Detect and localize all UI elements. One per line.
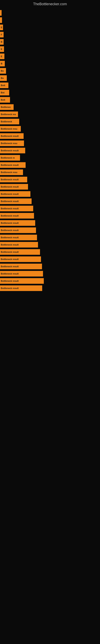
bar-text: Bo xyxy=(1,70,4,72)
bar-text: Bottleneck result xyxy=(1,229,19,232)
bar-row: Bottleneck resu xyxy=(0,169,100,176)
bar-text: F xyxy=(1,34,2,36)
bar-row: E xyxy=(0,53,100,60)
bar-row: Bottleneck result xyxy=(0,248,100,256)
bar-row: Bo xyxy=(0,74,100,82)
bar-text: Bottleneck result xyxy=(1,164,19,166)
bar: Bot xyxy=(0,90,9,96)
bar-row: Bott xyxy=(0,96,100,104)
bar: Bottleneck result xyxy=(0,177,27,182)
bar-row: Bottleneck result xyxy=(0,147,100,154)
bar: Bottleneck result xyxy=(0,184,28,190)
bar-text: B xyxy=(1,62,2,65)
bar-row: Bott xyxy=(0,82,100,89)
bar: Bottleneck res xyxy=(0,112,18,117)
bar-text: Bottleneck result xyxy=(1,280,19,282)
bar-text: Bottleneck resu xyxy=(1,142,17,144)
bar-row: Bottleneck resu xyxy=(0,140,100,147)
bar: Bott xyxy=(0,97,10,103)
bar-text: Bottleneck result xyxy=(1,207,19,210)
bar-text: E xyxy=(1,26,2,28)
bar: Bottleneck result xyxy=(0,242,38,248)
bar-row: Bottleneck re xyxy=(0,154,100,162)
bar-row: Bottleneck result xyxy=(0,277,100,284)
bar-text: Bott xyxy=(1,84,5,86)
bar: Bottleneck xyxy=(0,119,19,124)
bar-text: Bottleneck result xyxy=(1,193,19,195)
bar-row: Bottleneck result xyxy=(0,176,100,183)
bar-text: Bottleneck resu xyxy=(1,128,17,130)
bar-row: F xyxy=(0,31,100,38)
bar-row xyxy=(0,16,100,24)
bar: Bottleneck result xyxy=(0,228,36,233)
bar: Bottleneck resu xyxy=(0,126,21,132)
bar: Bottleneck result xyxy=(0,133,24,139)
bar-text: Bottleneck result xyxy=(1,236,19,239)
bar-text: Bottleneck result xyxy=(1,149,19,152)
bar: E xyxy=(0,54,4,59)
bar-row: Bottleneck result xyxy=(0,190,100,198)
bar: Bottleneck result xyxy=(0,191,30,197)
bar-row: Bottleneck result xyxy=(0,198,100,205)
bar xyxy=(0,17,2,23)
bar: Bottleneck result xyxy=(0,285,42,291)
bar-text: Bottleneck result xyxy=(1,222,19,224)
bar-text: Bottleneck result xyxy=(1,265,19,268)
bar: Bottleneck resu xyxy=(0,140,24,146)
bar-text: E xyxy=(1,48,2,50)
bar-row xyxy=(0,9,100,16)
bar-text: Bottleneck result xyxy=(1,287,19,290)
bar-row: Bottleneck result xyxy=(0,205,100,212)
bar-text: Bott xyxy=(1,98,5,101)
bar-text: Bottleneck result xyxy=(1,200,19,202)
bar: Bottleneck result xyxy=(0,264,42,269)
bar-row: E xyxy=(0,46,100,53)
bar-row: Bottleneck xyxy=(0,118,100,125)
bar: F xyxy=(0,32,3,38)
bar-text: B xyxy=(1,41,2,43)
bar-text: Bottlenec xyxy=(1,106,11,108)
bar: B xyxy=(0,61,5,66)
bar-text: Bottleneck xyxy=(1,120,12,123)
bar-text: Bottleneck result xyxy=(1,178,19,181)
bar-row: Bottleneck result xyxy=(0,212,100,219)
bar-text: E xyxy=(1,55,2,58)
bar-row: Bottleneck result xyxy=(0,284,100,292)
bar: Bottleneck result xyxy=(0,206,33,211)
bar-row: Bottleneck result xyxy=(0,183,100,190)
site-title: TheBottlenecker.com xyxy=(0,0,100,7)
bar: Bottleneck result xyxy=(0,198,32,204)
bar-row: E xyxy=(0,24,100,31)
bar-row: Bottleneck result xyxy=(0,234,100,241)
bar-row: Bo xyxy=(0,67,100,74)
bar: Bottleneck resu xyxy=(0,170,23,175)
bar-text: Bottleneck result xyxy=(1,251,19,253)
bar: E xyxy=(0,24,3,30)
bar-row: Bottleneck res xyxy=(0,111,100,118)
bar: Bott xyxy=(0,82,8,88)
bar: Bottleneck result xyxy=(0,235,37,240)
bar-row: Bottleneck result xyxy=(0,263,100,270)
bar-text: Bottleneck result xyxy=(1,272,19,275)
bar: Bo xyxy=(0,75,7,81)
bar-row: Bottleneck result xyxy=(0,162,100,169)
bar-text: Bottleneck result xyxy=(1,214,19,217)
bar: Bottleneck result xyxy=(0,213,34,218)
bar-row: Bottleneck result xyxy=(0,132,100,140)
bar-row: Bottleneck result xyxy=(0,241,100,248)
bars-container: EFBEEBBoBoBottBotBottBottlenecBottleneck… xyxy=(0,7,100,292)
bar: Bo xyxy=(0,68,6,74)
bar-text: Bottleneck result xyxy=(1,258,19,260)
bar-row: Bottleneck result xyxy=(0,219,100,226)
bar-row: Bottleneck result xyxy=(0,270,100,277)
bar: E xyxy=(0,46,4,52)
bar-row: Bot xyxy=(0,89,100,96)
bar: Bottleneck result xyxy=(0,256,41,262)
bar-text: Bottleneck resu xyxy=(1,171,17,174)
bar: Bottleneck result xyxy=(0,162,26,168)
bar-text: Bottleneck res xyxy=(1,113,16,116)
bar: Bottleneck result xyxy=(0,220,35,226)
bar-row: Bottleneck resu xyxy=(0,125,100,132)
bar-text: Bottleneck re xyxy=(1,156,15,159)
bar-text: Bottleneck result xyxy=(1,135,19,137)
